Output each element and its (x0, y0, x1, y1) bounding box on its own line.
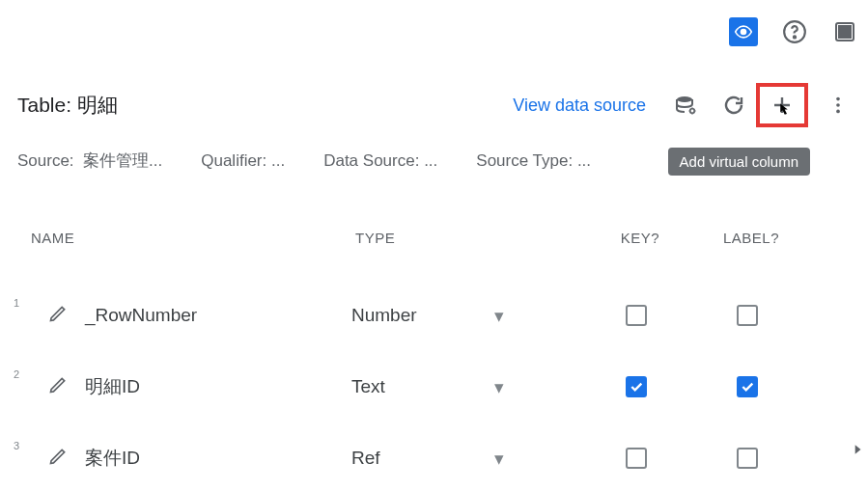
refresh-icon[interactable] (721, 93, 746, 118)
column-name: _RowNumber (85, 305, 351, 326)
column-name: 案件ID (85, 446, 351, 471)
columns-table: 1 _RowNumber Number ▾ 2 明細ID Text ▾ 3 案件… (17, 280, 851, 490)
svg-rect-7 (839, 31, 842, 34)
svg-point-16 (836, 103, 840, 107)
chevron-down-icon: ▾ (494, 448, 504, 470)
svg-rect-6 (849, 26, 851, 29)
column-type-select[interactable]: Number ▾ (351, 305, 583, 327)
view-data-source-link[interactable]: View data source (513, 95, 646, 116)
edit-row-icon[interactable] (48, 304, 68, 327)
chevron-down-icon: ▾ (494, 376, 504, 398)
help-icon[interactable] (781, 18, 808, 45)
add-column-button[interactable] (770, 93, 795, 118)
preview-icon[interactable] (729, 17, 758, 46)
sourcetype-value: ... (577, 151, 591, 170)
row-number: 1 (14, 297, 31, 309)
svg-point-15 (836, 97, 840, 101)
svg-rect-12 (849, 36, 851, 38)
column-header-label: LABEL? (693, 230, 809, 246)
svg-point-0 (742, 30, 746, 35)
column-header-key: KEY? (587, 230, 693, 246)
source-label: Source: (17, 151, 74, 170)
add-column-highlight-box (756, 83, 808, 127)
key-checkbox[interactable] (626, 305, 647, 326)
svg-point-17 (836, 110, 840, 114)
data-settings-icon[interactable] (673, 93, 698, 118)
table-label: Table: (17, 94, 71, 116)
column-name: 明細ID (85, 374, 351, 399)
column-header-type: TYPE (355, 230, 587, 246)
svg-point-14 (690, 109, 694, 113)
svg-rect-10 (839, 36, 842, 38)
datasource-label: Data Source: (323, 151, 419, 170)
column-header-name: NAME (17, 230, 355, 246)
source-value: 案件管理... (83, 151, 162, 170)
table-row: 2 明細ID Text ▾ (17, 351, 851, 422)
edit-row-icon[interactable] (48, 375, 68, 398)
table-name: 明細 (77, 94, 118, 116)
svg-rect-4 (839, 26, 842, 29)
row-number: 2 (14, 368, 31, 380)
grid-panel-icon[interactable] (831, 18, 858, 45)
svg-point-2 (794, 36, 796, 38)
svg-rect-9 (849, 31, 851, 34)
sourcetype-label: Source Type: (476, 151, 573, 170)
column-type-select[interactable]: Ref ▾ (351, 448, 583, 470)
add-virtual-column-tooltip: Add virtual column (668, 148, 810, 176)
svg-point-13 (677, 96, 692, 102)
scroll-right-icon[interactable] (851, 439, 864, 464)
chevron-down-icon: ▾ (494, 305, 504, 327)
table-row: 3 案件ID Ref ▾ (17, 422, 851, 490)
qualifier-label: Qualifier: (201, 151, 266, 170)
edit-row-icon[interactable] (48, 447, 68, 470)
datasource-value: ... (424, 151, 437, 170)
svg-rect-8 (844, 31, 847, 34)
svg-rect-5 (844, 26, 847, 29)
label-checkbox[interactable] (737, 376, 758, 397)
svg-rect-11 (844, 36, 847, 38)
label-checkbox[interactable] (737, 448, 758, 469)
table-row: 1 _RowNumber Number ▾ (17, 280, 851, 351)
key-checkbox[interactable] (626, 376, 647, 397)
qualifier-value: ... (271, 151, 285, 170)
column-type-select[interactable]: Text ▾ (351, 376, 583, 398)
key-checkbox[interactable] (626, 448, 647, 469)
more-menu-icon[interactable] (826, 93, 851, 118)
row-number: 3 (14, 440, 31, 451)
label-checkbox[interactable] (737, 305, 758, 326)
